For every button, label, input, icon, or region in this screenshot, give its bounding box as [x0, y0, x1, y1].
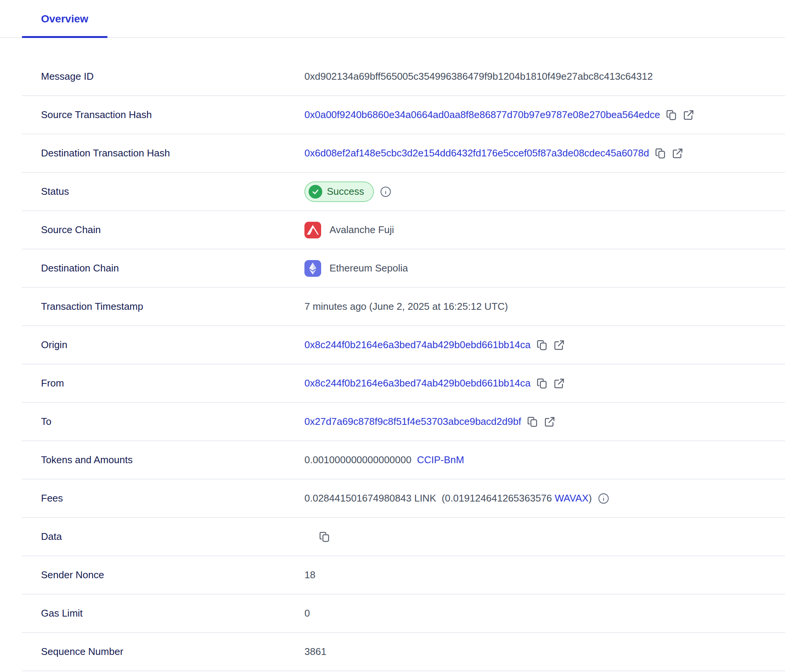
row-label: Destination Chain	[41, 262, 304, 274]
row-label: Tokens and Amounts	[41, 454, 304, 466]
external-link-icon[interactable]	[544, 416, 555, 427]
copy-icon[interactable]	[655, 148, 666, 159]
table-row: Source Transaction Hash0x0a00f9240b6860e…	[22, 96, 785, 134]
table-row: Data	[22, 518, 785, 556]
table-row: Destination Transaction Hash0x6d08ef2af1…	[22, 134, 785, 173]
row-label: Destination Transaction Hash	[41, 147, 304, 159]
row-value: 0	[304, 607, 310, 619]
value-link[interactable]: 0x8c244f0b2164e6a3bed74ab429b0ebd661bb14…	[304, 339, 531, 351]
value-link[interactable]: 0x27d7a69c878f9c8f51f4e53703abce9bacd2d9…	[304, 416, 521, 427]
chain-value: Avalanche Fuji	[304, 222, 394, 238]
table-row: Fees0.028441501674980843 LINK (0.0191246…	[22, 480, 785, 518]
row-label: Status	[41, 186, 304, 197]
row-value: 0x27d7a69c878f9c8f51f4e53703abce9bacd2d9…	[304, 416, 555, 427]
value-text: 0.001000000000000000	[304, 454, 417, 466]
row-label: Source Transaction Hash	[41, 109, 304, 121]
row-label: From	[41, 377, 304, 389]
status-badge-label: Success	[327, 186, 364, 197]
value-text: )	[588, 492, 592, 504]
value-text: 7 minutes ago (June 2, 2025 at 16:25:12 …	[304, 301, 508, 312]
check-icon	[309, 185, 322, 199]
external-link-icon[interactable]	[672, 148, 683, 159]
table-row: To0x27d7a69c878f9c8f51f4e53703abce9bacd2…	[22, 403, 785, 441]
value-link[interactable]: 0x8c244f0b2164e6a3bed74ab429b0ebd661bb14…	[304, 377, 531, 389]
value-link[interactable]: WAVAX	[555, 492, 588, 504]
value-text: 18	[304, 569, 315, 581]
row-value: 0x6d08ef2af148e5cbc3d2e154dd6432fd176e5c…	[304, 147, 683, 159]
value-link[interactable]: 0x0a00f9240b6860e34a0664ad0aa8f8e86877d7…	[304, 109, 660, 121]
row-label: Transaction Timestamp	[41, 301, 304, 312]
row-value: 18	[304, 569, 315, 581]
copy-icon[interactable]	[536, 378, 548, 389]
info-icon[interactable]	[598, 493, 609, 504]
chain-name: Ethereum Sepolia	[329, 262, 408, 274]
external-link-icon[interactable]	[553, 378, 565, 389]
table-row: From0x8c244f0b2164e6a3bed74ab429b0ebd661…	[22, 364, 785, 403]
row-value: 0xd902134a69bff565005c354996386479f9b120…	[304, 71, 653, 82]
row-label: Data	[41, 531, 304, 543]
chain-name: Avalanche Fuji	[329, 224, 394, 236]
status-badge: Success	[304, 181, 374, 202]
value-text: 0xd902134a69bff565005c354996386479f9b120…	[304, 71, 653, 82]
copy-icon[interactable]	[536, 339, 548, 351]
table-row: Source ChainAvalanche Fuji	[22, 211, 785, 249]
row-value: 0x8c244f0b2164e6a3bed74ab429b0ebd661bb14…	[304, 377, 565, 389]
external-link-icon[interactable]	[553, 339, 565, 351]
table-row: Transaction Timestamp7 minutes ago (June…	[22, 288, 785, 326]
row-value: Success	[304, 181, 391, 202]
table-row: Message ID0xd902134a69bff565005c35499638…	[22, 58, 785, 96]
avalanche-icon	[304, 222, 321, 238]
value-link[interactable]: 0x6d08ef2af148e5cbc3d2e154dd6432fd176e5c…	[304, 147, 649, 159]
row-value: 0.001000000000000000 CCIP-BnM	[304, 454, 464, 466]
copy-icon[interactable]	[319, 531, 330, 543]
row-value: 0x0a00f9240b6860e34a0664ad0aa8f8e86877d7…	[304, 109, 694, 121]
table-row: Destination ChainEthereum Sepolia	[22, 249, 785, 288]
info-icon[interactable]	[380, 186, 391, 197]
value-text: 3861	[304, 646, 326, 658]
value-text: 0.028441501674980843 LINK (0.01912464126…	[304, 492, 555, 504]
tab-overview[interactable]: Overview	[22, 0, 107, 38]
row-label: Message ID	[41, 71, 304, 82]
row-value: Avalanche Fuji	[304, 222, 394, 238]
external-link-icon[interactable]	[683, 109, 694, 121]
table-row: Sequence Number3861	[22, 633, 785, 671]
row-label: Source Chain	[41, 224, 304, 236]
tab-bar: Overview	[0, 0, 785, 38]
chain-value: Ethereum Sepolia	[304, 260, 408, 277]
row-value: 7 minutes ago (June 2, 2025 at 16:25:12 …	[304, 301, 508, 312]
overview-table: Message ID0xd902134a69bff565005c35499638…	[22, 38, 785, 671]
row-value: Ethereum Sepolia	[304, 260, 408, 277]
value-text: 0	[304, 607, 310, 619]
row-label: Gas Limit	[41, 607, 304, 619]
row-value: 3861	[304, 646, 326, 658]
row-label: Origin	[41, 339, 304, 351]
row-label: Fees	[41, 492, 304, 504]
ethereum-icon	[304, 260, 321, 277]
row-label: Sender Nonce	[41, 569, 304, 581]
table-row: Sender Nonce18	[22, 556, 785, 595]
row-value	[304, 531, 330, 543]
table-row: StatusSuccess	[22, 173, 785, 211]
row-value: 0.028441501674980843 LINK (0.01912464126…	[304, 492, 609, 504]
copy-icon[interactable]	[527, 416, 538, 427]
row-label: To	[41, 416, 304, 427]
value-link[interactable]: CCIP-BnM	[417, 454, 464, 466]
table-row: Gas Limit0	[22, 595, 785, 633]
copy-icon[interactable]	[666, 109, 677, 121]
table-row: Origin0x8c244f0b2164e6a3bed74ab429b0ebd6…	[22, 326, 785, 364]
row-label: Sequence Number	[41, 646, 304, 658]
row-value: 0x8c244f0b2164e6a3bed74ab429b0ebd661bb14…	[304, 339, 565, 351]
table-row: Tokens and Amounts0.001000000000000000 C…	[22, 441, 785, 480]
